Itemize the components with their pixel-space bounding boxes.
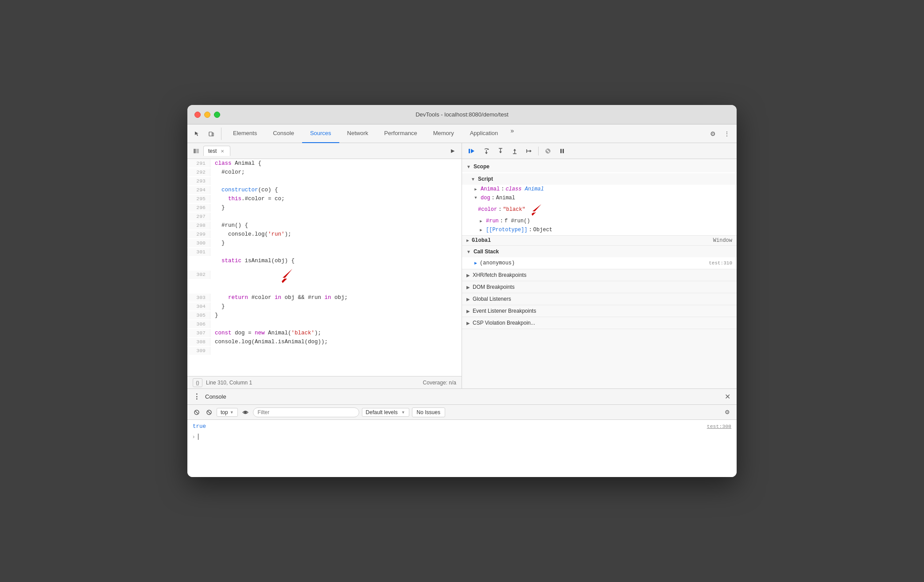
console-context-selector[interactable]: top ▼ bbox=[217, 408, 238, 417]
more-options-button[interactable]: ⋮ bbox=[721, 128, 733, 140]
minimize-button[interactable] bbox=[204, 112, 210, 118]
tab-network[interactable]: Network bbox=[339, 124, 377, 143]
tab-console[interactable]: Console bbox=[265, 124, 302, 143]
global-listeners-triangle: ▶ bbox=[466, 297, 470, 302]
close-button[interactable] bbox=[194, 112, 201, 118]
scope-header[interactable]: ▼ Scope bbox=[462, 161, 737, 172]
svg-rect-19 bbox=[560, 149, 562, 153]
global-listeners-header[interactable]: ▶ Global Listeners bbox=[462, 293, 737, 305]
console-menu-button[interactable]: ⋮ bbox=[192, 392, 202, 402]
animal-expand[interactable]: ▶ bbox=[473, 186, 479, 192]
call-stack-section: ▼ Call Stack ▶ (anonymous) test:310 bbox=[462, 246, 737, 269]
svg-rect-0 bbox=[209, 132, 212, 136]
console-eye-button[interactable] bbox=[241, 407, 250, 417]
xhr-breakpoints-header[interactable]: ▶ XHR/fetch Breakpoints bbox=[462, 269, 737, 281]
source-panel: test ✕ ▶ 291 class Animal { 292 bbox=[187, 143, 462, 388]
svg-marker-12 bbox=[513, 149, 516, 151]
toolbar-icons bbox=[191, 128, 221, 140]
dom-breakpoints-header[interactable]: ▶ DOM Breakpoints bbox=[462, 281, 737, 293]
prototype-expand[interactable]: ▶ bbox=[478, 227, 484, 233]
xhr-triangle: ▶ bbox=[466, 273, 470, 278]
resume-button[interactable] bbox=[466, 145, 478, 157]
code-line-304: 304 } bbox=[187, 302, 462, 311]
close-tab-button[interactable]: ✕ bbox=[219, 148, 225, 154]
scope-prototype[interactable]: ▶ [[Prototype]] : Object bbox=[462, 225, 737, 234]
select-element-button[interactable] bbox=[191, 128, 203, 140]
csp-breakpoints-header[interactable]: ▶ CSP Violation Breakpoin... bbox=[462, 317, 737, 329]
code-line-305: 305 } bbox=[187, 311, 462, 320]
script-section-header[interactable]: ▼ Script bbox=[462, 173, 737, 185]
console-output[interactable]: true test:308 › bbox=[187, 420, 737, 477]
pause-on-exceptions-button[interactable] bbox=[556, 145, 568, 157]
debugger-content[interactable]: ▼ Scope ▼ Script ▶ Animal : bbox=[462, 159, 737, 388]
console-output-line-true: true test:308 bbox=[193, 423, 731, 431]
cursor-position: Line 310, Column 1 bbox=[206, 380, 252, 386]
format-button[interactable]: {} bbox=[193, 378, 202, 387]
console-caret-icon: › bbox=[193, 433, 194, 440]
console-clear-button[interactable] bbox=[192, 407, 202, 417]
code-line-293: 293 bbox=[187, 177, 462, 186]
dog-expand[interactable]: ▼ bbox=[473, 195, 479, 201]
chevron-down-icon: ▼ bbox=[230, 410, 234, 415]
source-tabs: test ✕ ▶ bbox=[187, 143, 462, 159]
debugger-panel: ▼ Scope ▼ Script ▶ Animal : bbox=[462, 143, 737, 388]
scope-dog[interactable]: ▼ dog : Animal bbox=[462, 194, 737, 202]
tab-sources[interactable]: Sources bbox=[302, 124, 339, 143]
devtools-window: DevTools - localhost:8080/demo/test Elem… bbox=[187, 105, 737, 477]
event-listener-breakpoints-header[interactable]: ▶ Event Listener Breakpoints bbox=[462, 305, 737, 317]
console-title: Console bbox=[205, 393, 226, 400]
code-line-297: 297 bbox=[187, 212, 462, 221]
red-arrow-color bbox=[529, 203, 543, 216]
code-line-301: 301 bbox=[187, 248, 462, 256]
settings-button[interactable]: ⚙ bbox=[707, 128, 719, 140]
global-row[interactable]: ▶ Global Window bbox=[462, 236, 737, 245]
device-toolbar-button[interactable] bbox=[205, 128, 217, 140]
dom-breakpoints-section: ▶ DOM Breakpoints bbox=[462, 281, 737, 293]
more-tabs-button[interactable]: » bbox=[506, 124, 518, 137]
tab-performance[interactable]: Performance bbox=[376, 124, 425, 143]
toggle-navigator-button[interactable] bbox=[191, 146, 202, 156]
code-editor[interactable]: 291 class Animal { 292 #color; 293 bbox=[187, 159, 462, 376]
step-into-button[interactable] bbox=[495, 145, 506, 157]
step-over-button[interactable] bbox=[481, 145, 492, 157]
source-file-tab-test[interactable]: test ✕ bbox=[203, 146, 230, 156]
scope-content: ▼ Script ▶ Animal : class Animal ▼ bbox=[462, 172, 737, 235]
toolbar-separator bbox=[538, 147, 539, 155]
console-prompt[interactable]: › bbox=[193, 431, 731, 442]
code-line-298: 298 #run() { bbox=[187, 221, 462, 230]
call-stack-item-anon[interactable]: ▶ (anonymous) test:310 bbox=[462, 258, 737, 268]
tab-application[interactable]: Application bbox=[462, 124, 506, 143]
console-prohibit-button[interactable] bbox=[204, 407, 214, 417]
maximize-button[interactable] bbox=[214, 112, 220, 118]
run-snippet-button[interactable]: ▶ bbox=[447, 146, 458, 156]
deactivate-breakpoints-button[interactable] bbox=[542, 145, 554, 157]
console-filter-input[interactable] bbox=[253, 407, 359, 417]
code-line-299: 299 console.log('run'); bbox=[187, 230, 462, 239]
step-button[interactable] bbox=[523, 145, 535, 157]
tab-elements[interactable]: Elements bbox=[225, 124, 265, 143]
console-levels-selector[interactable]: Default levels ▼ bbox=[362, 408, 409, 417]
scope-triangle: ▼ bbox=[466, 164, 471, 169]
no-issues-button[interactable]: No Issues bbox=[412, 407, 445, 417]
svg-point-25 bbox=[244, 411, 246, 413]
console-header: ⋮ Console ✕ bbox=[187, 389, 737, 405]
script-triangle: ▼ bbox=[471, 177, 475, 182]
console-close-button[interactable]: ✕ bbox=[722, 392, 732, 402]
global-section: ▶ Global Window bbox=[462, 236, 737, 246]
scope-run[interactable]: ▶ #run : f #run() bbox=[462, 217, 737, 225]
code-line-302: 302 static isAnimal(obj) { bbox=[187, 256, 462, 293]
tab-memory[interactable]: Memory bbox=[425, 124, 462, 143]
scope-animal[interactable]: ▶ Animal : class Animal bbox=[462, 185, 737, 194]
step-out-button[interactable] bbox=[509, 145, 520, 157]
scope-color[interactable]: #color : "black" bbox=[462, 202, 737, 217]
console-settings-button[interactable]: ⚙ bbox=[722, 407, 732, 417]
call-stack-header[interactable]: ▼ Call Stack bbox=[462, 246, 737, 257]
svg-rect-3 bbox=[196, 149, 199, 153]
console-toolbar: top ▼ Default levels ▼ No Issues ⚙ bbox=[187, 405, 737, 420]
run-expand[interactable]: ▶ bbox=[478, 218, 484, 224]
code-line-309: 309 bbox=[187, 346, 462, 355]
frame-name: (anonymous) bbox=[480, 260, 515, 266]
svg-marker-15 bbox=[530, 150, 532, 152]
console-location[interactable]: test:308 bbox=[707, 423, 731, 429]
dom-label: DOM Breakpoints bbox=[473, 284, 515, 290]
